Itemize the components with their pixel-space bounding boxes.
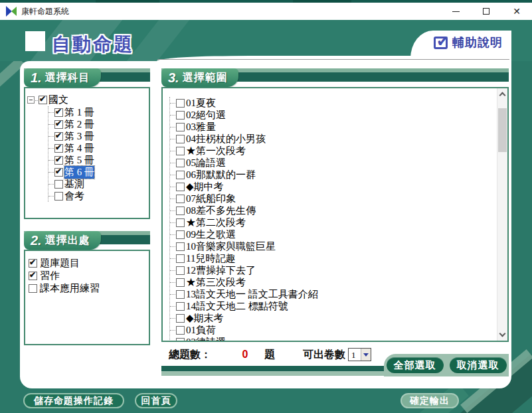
scroll-up-icon[interactable] [499, 92, 506, 99]
range-item-checkbox[interactable] [176, 99, 185, 108]
tree-item-label[interactable]: 第 4 冊 [64, 142, 94, 155]
tree-item-checkbox[interactable] [54, 168, 63, 177]
range-item-label[interactable]: ◆期末考 [186, 312, 224, 325]
tree-root-label[interactable]: 國文 [48, 94, 68, 106]
range-item-checkbox[interactable] [176, 135, 185, 143]
home-button[interactable]: 回首頁 [135, 393, 177, 408]
tree-item[interactable]: 第 2 冊 [48, 118, 147, 130]
source-option-checkbox[interactable] [29, 284, 37, 293]
tree-item[interactable]: 第 3 冊 [48, 130, 147, 142]
range-item[interactable]: 02律詩選 [170, 336, 507, 342]
range-item-label[interactable]: 02律詩選 [186, 336, 226, 343]
range-item-checkbox[interactable] [176, 290, 185, 299]
range-item[interactable]: 13語文天地一 語文工具書介紹 [170, 288, 507, 300]
tree-item-label[interactable]: 第 2 冊 [64, 118, 94, 131]
tree-item-checkbox[interactable] [54, 108, 63, 117]
tree-root-checkbox[interactable] [39, 96, 47, 104]
tree-root-row[interactable]: 國文 [27, 94, 147, 106]
scroll-down-icon[interactable] [499, 331, 506, 337]
range-item-checkbox[interactable] [176, 218, 185, 227]
range-item[interactable]: 01夏夜 [170, 97, 507, 109]
maximize-button[interactable] [471, 3, 501, 20]
tree-item-label[interactable]: 第 5 冊 [64, 154, 94, 167]
range-item-checkbox[interactable] [176, 314, 185, 323]
range-item-checkbox[interactable] [176, 183, 185, 191]
range-item[interactable]: 01負荷 [170, 324, 507, 336]
range-item-checkbox[interactable] [176, 266, 185, 275]
range-item[interactable]: ★第一次段考 [170, 145, 507, 157]
range-item-checkbox[interactable] [176, 147, 185, 155]
scrollbar[interactable] [497, 88, 507, 341]
copies-select[interactable]: 1 [348, 348, 371, 361]
range-item-label[interactable]: 02絕句選 [186, 109, 226, 122]
scrollbar-thumb[interactable] [498, 108, 507, 152]
tree-item[interactable]: 基測 [48, 178, 147, 190]
close-button[interactable]: ✕ [501, 3, 532, 20]
range-item-label[interactable]: 01負荷 [186, 324, 216, 337]
tree-item[interactable]: 第 5 冊 [48, 154, 147, 166]
range-item[interactable]: 03雅量 [170, 121, 507, 133]
help-link[interactable]: 輔助說明 [434, 35, 503, 50]
range-item[interactable]: 11兒時記趣 [170, 252, 507, 264]
range-item[interactable]: ★第二次段考 [170, 216, 507, 228]
range-item[interactable]: 09生之歌選 [170, 228, 507, 240]
tree-item-checkbox[interactable] [54, 144, 63, 153]
source-option-label[interactable]: 課本應用練習 [40, 282, 100, 295]
range-item[interactable]: ★第三次段考 [170, 276, 507, 288]
tree-item-label[interactable]: 會考 [64, 190, 84, 203]
save-record-button[interactable]: 儲存命題操作記錄 [23, 393, 124, 408]
source-option-label[interactable]: 題庫題目 [40, 257, 80, 270]
confirm-output-button[interactable]: 確定輸出 [400, 393, 459, 408]
range-item-label[interactable]: 14語文天地二 標點符號 [186, 300, 288, 313]
deselect-all-button[interactable]: 取消選取 [450, 357, 507, 373]
range-item-checkbox[interactable] [176, 254, 185, 263]
range-item-label[interactable]: 12曹操掉下去了 [186, 264, 256, 277]
range-item-checkbox[interactable] [176, 111, 185, 120]
tree-item[interactable]: 第 1 冊 [48, 106, 147, 118]
tree-item-checkbox[interactable] [54, 192, 63, 201]
tree-item-label[interactable]: 第 6 冊 [64, 166, 94, 179]
tree-item[interactable]: 第 6 冊 [48, 166, 147, 178]
range-item-checkbox[interactable] [176, 123, 185, 131]
range-item-label[interactable]: 11兒時記趣 [186, 252, 235, 265]
range-item[interactable]: 05論語選 [170, 157, 507, 169]
source-option[interactable]: 題庫題目 [29, 257, 149, 270]
range-item-label[interactable]: 10音樂家與職籃巨星 [186, 240, 276, 253]
range-item-label[interactable]: ◆期中考 [186, 181, 224, 193]
range-item[interactable]: 08差不多先生傳 [170, 205, 507, 216]
range-item-label[interactable]: ★第三次段考 [186, 276, 246, 289]
range-item-checkbox[interactable] [176, 242, 185, 251]
range-item[interactable]: 02絕句選 [170, 109, 507, 121]
range-item[interactable]: 12曹操掉下去了 [170, 264, 507, 276]
source-option[interactable]: 課本應用練習 [29, 282, 149, 295]
source-option[interactable]: 習作 [29, 270, 149, 282]
range-item-checkbox[interactable] [176, 302, 185, 311]
source-option-label[interactable]: 習作 [40, 270, 60, 282]
range-item-checkbox[interactable] [176, 206, 185, 215]
range-item[interactable]: 04拄柺杖的小男孩 [170, 133, 507, 145]
dropdown-arrow-icon[interactable] [361, 349, 371, 361]
range-item-checkbox[interactable] [176, 195, 185, 203]
range-item-checkbox[interactable] [176, 278, 185, 287]
range-item-label[interactable]: ★第一次段考 [186, 145, 246, 157]
tree-item-label[interactable]: 第 1 冊 [64, 106, 94, 119]
range-item-checkbox[interactable] [176, 338, 185, 343]
range-item-label[interactable]: 08差不多先生傳 [186, 205, 256, 217]
source-option-checkbox[interactable] [29, 272, 37, 280]
range-item-label[interactable]: 03雅量 [186, 121, 216, 133]
source-option-checkbox[interactable] [29, 259, 37, 268]
range-item-label[interactable]: 09生之歌選 [186, 228, 236, 241]
tree-item-checkbox[interactable] [54, 132, 63, 141]
minimize-button[interactable] [440, 3, 471, 20]
range-item-label[interactable]: 04拄柺杖的小男孩 [186, 133, 266, 145]
range-item[interactable]: ◆期末考 [170, 312, 507, 324]
tree-collapse-icon[interactable] [27, 96, 35, 104]
range-item-checkbox[interactable] [176, 171, 185, 179]
range-item-label[interactable]: 05論語選 [186, 157, 226, 169]
range-item-label[interactable]: 01夏夜 [186, 97, 216, 110]
range-item[interactable]: ◆期中考 [170, 181, 507, 193]
tree-item-label[interactable]: 基測 [64, 178, 84, 191]
range-item[interactable]: 14語文天地二 標點符號 [170, 300, 507, 312]
range-item[interactable]: 07紙船印象 [170, 193, 507, 205]
range-item[interactable]: 06那默默的一群 [170, 169, 507, 181]
